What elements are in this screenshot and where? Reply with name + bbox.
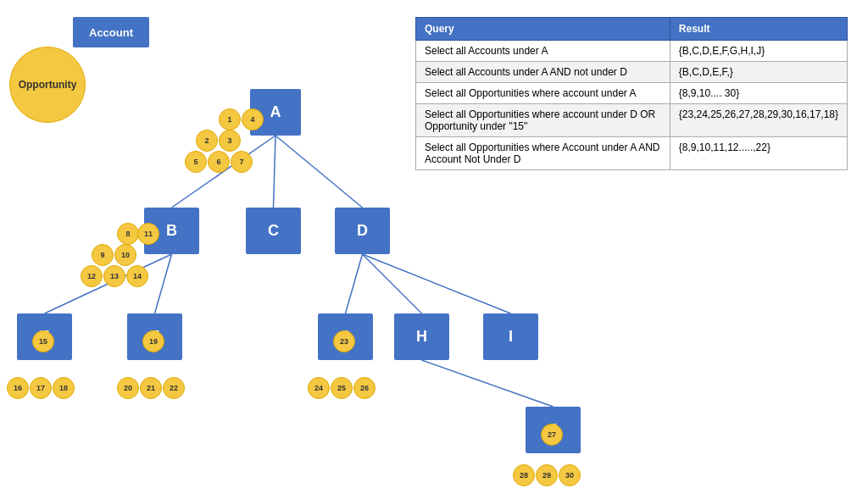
opportunity-node-8: 8 [117,223,139,245]
opportunity-node-4: 4 [242,108,264,130]
account-node-H: H [394,313,449,360]
opportunity-node-24: 24 [308,377,330,399]
result-cell: {B,C,D,E,F,G,H,I,J} [670,41,847,62]
opportunity-node-13: 13 [103,265,125,287]
legend-account: Account [73,17,149,47]
opportunity-node-29: 29 [536,464,558,486]
table-row: Select all Accounts under A{B,C,D,E,F,G,… [416,41,848,62]
svg-line-8 [422,360,554,407]
legend-opportunity: Opportunity [9,47,86,123]
table-row: Select all Accounts under A AND not unde… [416,62,848,83]
table-row: Select all Opportunities where account u… [416,83,848,104]
account-node-C: C [246,208,301,254]
opportunity-node-23: 23 [333,330,355,352]
svg-line-7 [363,254,511,313]
opportunity-node-28: 28 [513,464,535,486]
account-node-D: D [335,208,390,254]
legend-opportunity-label: Opportunity [19,79,77,91]
opportunity-node-3: 3 [219,130,241,152]
table-row: Select all Opportunities where account u… [416,104,848,137]
opportunity-node-11: 11 [137,223,159,245]
query-cell: Select all Accounts under A [416,41,670,62]
opportunity-node-1: 1 [219,108,241,130]
query-cell: Select all Opportunities where Account u… [416,137,670,170]
result-cell: {8,9,10.... 30} [670,83,847,104]
opportunity-node-14: 14 [126,265,148,287]
opportunity-node-16: 16 [7,377,29,399]
result-cell: {B,C,D,E,F,} [670,62,847,83]
col-query-header: Query [416,18,670,41]
col-result-header: Result [670,18,847,41]
opportunity-node-7: 7 [231,151,253,173]
query-table: Query Result Select all Accounts under A… [415,17,848,170]
svg-line-2 [275,136,363,208]
query-cell: Select all Opportunities where account u… [416,83,670,104]
opportunity-node-26: 26 [353,377,376,399]
opportunity-node-21: 21 [140,377,162,399]
account-node-I: I [483,313,538,360]
opportunity-node-27: 27 [541,424,563,446]
opportunity-node-22: 22 [163,377,185,399]
opportunity-node-18: 18 [53,377,75,399]
svg-line-1 [274,136,276,208]
opportunity-node-15: 15 [32,330,54,352]
opportunity-node-17: 17 [30,377,52,399]
legend-account-label: Account [89,26,133,39]
opportunity-node-2: 2 [196,130,218,152]
opportunity-node-25: 25 [331,377,353,399]
query-cell: Select all Opportunities where account u… [416,104,670,137]
opportunity-node-9: 9 [92,244,114,266]
opportunity-node-12: 12 [81,265,103,287]
opportunity-node-6: 6 [208,151,230,173]
opportunity-node-20: 20 [117,377,139,399]
result-cell: {8,9,10,11,12.....,22} [670,137,847,170]
svg-line-5 [346,254,363,313]
table-row: Select all Opportunities where Account u… [416,137,848,170]
opportunity-node-10: 10 [114,244,136,266]
opportunity-node-19: 19 [142,330,164,352]
opportunity-node-30: 30 [559,464,581,486]
svg-line-4 [155,254,172,313]
opportunity-node-5: 5 [185,151,207,173]
query-cell: Select all Accounts under A AND not unde… [416,62,670,83]
svg-line-6 [363,254,422,313]
result-cell: {23,24,25,26,27,28,29,30,16,17,18} [670,104,847,137]
